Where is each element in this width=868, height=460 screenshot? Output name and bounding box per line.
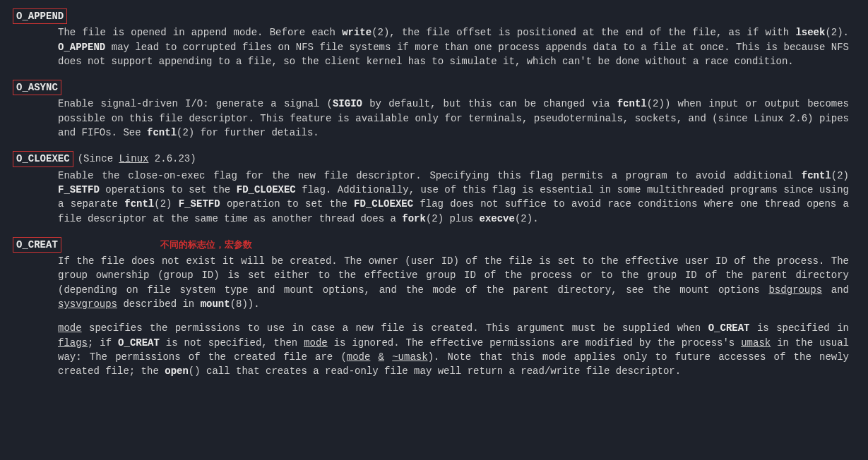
flag-section-creat: O_CREAT 不同的标志位，宏参数 If the file does not … [13, 237, 855, 379]
flag-since-cloexec: (Since Linux 2.6.23) [78, 152, 196, 166]
flag-desc-creat: If the file does not exist it will be cr… [58, 254, 849, 378]
flag-section-append: O_APPEND The file is opened in append mo… [13, 8, 855, 68]
flag-name-cloexec: O_CLOEXEC [13, 151, 73, 167]
annotation-text: 不同的标志位，宏参数 [160, 238, 252, 252]
flag-desc-cloexec: Enable the close-on-exec flag for the ne… [58, 169, 849, 226]
flag-name-creat: O_CREAT [13, 237, 61, 253]
flag-name-async: O_ASYNC [13, 80, 61, 95]
flag-desc-append: The file is opened in append mode. Befor… [58, 25, 849, 68]
flag-name-append: O_APPEND [13, 8, 67, 24]
flag-desc-async: Enable signal-driven I/O: generate a sig… [58, 97, 849, 140]
flag-section-cloexec: O_CLOEXEC (Since Linux 2.6.23) Enable th… [13, 151, 855, 225]
flag-section-async: O_ASYNC Enable signal-driven I/O: genera… [13, 80, 855, 140]
